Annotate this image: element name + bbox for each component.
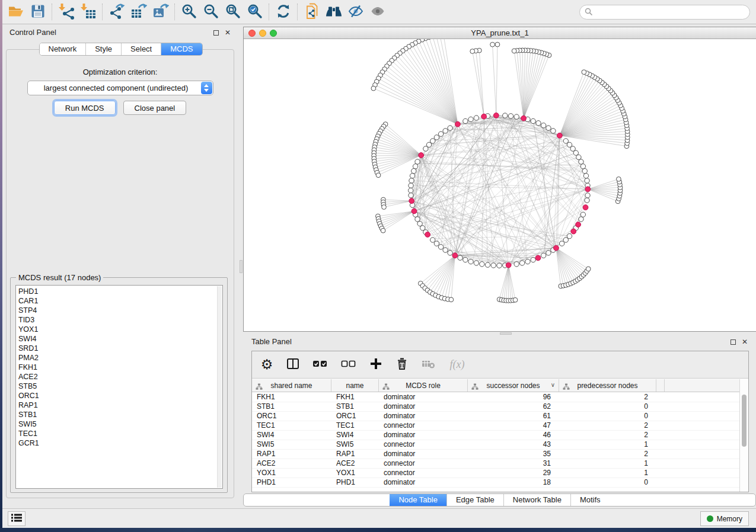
table-cell[interactable]: 1 bbox=[559, 469, 656, 477]
tab-motifs[interactable]: Motifs bbox=[571, 494, 610, 506]
table-cell[interactable]: STB1 bbox=[252, 402, 331, 411]
table-row[interactable]: PHD1PHD1dominator180 bbox=[252, 478, 739, 488]
table-cell[interactable]: PHD1 bbox=[252, 478, 331, 487]
mcds-result-item[interactable]: TEC1 bbox=[18, 429, 222, 438]
splitter-grip[interactable] bbox=[240, 260, 243, 273]
table-cell[interactable]: connector bbox=[379, 469, 468, 477]
import-table-button[interactable] bbox=[77, 2, 99, 22]
open-file-button[interactable] bbox=[5, 2, 27, 22]
mcds-result-list[interactable]: PHD1CAR1STP4TID3YOX1SWI4SRD1PMA2FKH1ACE2… bbox=[15, 285, 223, 489]
tab-style[interactable]: Style bbox=[86, 43, 122, 55]
save-button[interactable] bbox=[27, 2, 49, 22]
table-cell[interactable]: 62 bbox=[468, 402, 559, 411]
column-header-shared-name[interactable]: shared name bbox=[252, 379, 331, 392]
table-cell[interactable]: 35 bbox=[468, 450, 559, 459]
table-cell[interactable]: connector bbox=[379, 459, 468, 468]
table-cell[interactable]: FKH1 bbox=[331, 393, 379, 402]
mcds-result-item[interactable]: STB1 bbox=[18, 410, 222, 419]
traffic-zoom-icon[interactable] bbox=[270, 30, 277, 37]
traffic-minimize-icon[interactable] bbox=[259, 30, 266, 37]
search-input[interactable] bbox=[596, 7, 745, 17]
memory-button[interactable]: Memory bbox=[700, 511, 749, 526]
zoom-out-button[interactable] bbox=[200, 2, 222, 22]
import-network-button[interactable] bbox=[55, 2, 77, 22]
tab-network[interactable]: Network bbox=[39, 43, 86, 55]
show-log-button[interactable] bbox=[8, 511, 25, 526]
list-scrollbar-track[interactable] bbox=[217, 286, 222, 488]
mcds-result-item[interactable]: SWI4 bbox=[18, 334, 222, 344]
tab-edge-table[interactable]: Edge Table bbox=[447, 494, 504, 506]
table-cell[interactable]: 2 bbox=[559, 421, 656, 430]
scrollbar-thumb[interactable] bbox=[742, 395, 747, 447]
table-row[interactable]: YOX1YOX1connector291 bbox=[252, 469, 739, 478]
table-row[interactable]: SWI5SWI5connector431 bbox=[252, 440, 739, 450]
column-header-MCDS-role[interactable]: MCDS role bbox=[379, 379, 468, 392]
select-all-button[interactable] bbox=[310, 356, 330, 374]
unselect-all-button[interactable] bbox=[339, 356, 359, 374]
column-header-successor-nodes[interactable]: successor nodes∨ bbox=[468, 379, 559, 392]
export-table-button[interactable] bbox=[127, 2, 149, 22]
show-all-button[interactable] bbox=[366, 2, 388, 22]
table-cell[interactable]: 0 bbox=[559, 478, 656, 487]
mcds-result-item[interactable]: STP4 bbox=[18, 306, 222, 315]
table-row[interactable]: ORC1ORC1dominator610 bbox=[252, 412, 739, 421]
close-panel-button[interactable]: ✕ bbox=[224, 28, 232, 37]
table-cell[interactable]: ACE2 bbox=[252, 459, 331, 468]
table-cell[interactable]: YOX1 bbox=[252, 469, 331, 477]
mcds-result-item[interactable]: TID3 bbox=[18, 315, 222, 325]
clone-network-button[interactable] bbox=[301, 2, 323, 22]
column-header-name[interactable]: name bbox=[331, 379, 379, 392]
table-cell[interactable]: dominator bbox=[379, 450, 468, 459]
table-cell[interactable]: ORC1 bbox=[331, 412, 379, 421]
zoom-in-button[interactable] bbox=[178, 2, 200, 22]
hide-selected-button[interactable] bbox=[344, 2, 366, 22]
table-row[interactable]: FKH1FKH1dominator962 bbox=[252, 393, 739, 402]
vertical-splitter[interactable] bbox=[239, 24, 243, 504]
refresh-button[interactable] bbox=[272, 2, 294, 22]
mcds-result-item[interactable]: FKH1 bbox=[18, 363, 222, 372]
tab-select[interactable]: Select bbox=[122, 43, 161, 55]
export-image-button[interactable] bbox=[149, 2, 171, 22]
network-canvas[interactable] bbox=[244, 39, 756, 331]
table-cell[interactable]: dominator bbox=[379, 431, 468, 440]
search-network-button[interactable] bbox=[323, 2, 344, 22]
table-cell[interactable]: FKH1 bbox=[252, 393, 331, 402]
table-scrollbar[interactable] bbox=[739, 379, 748, 492]
table-cell[interactable]: 18 bbox=[468, 478, 559, 487]
table-cell[interactable]: 2 bbox=[559, 431, 656, 440]
table-row[interactable]: STB1STB1dominator620 bbox=[252, 402, 739, 412]
column-header-predecessor-nodes[interactable]: predecessor nodes bbox=[559, 379, 656, 392]
table-cell[interactable]: connector bbox=[379, 421, 468, 430]
mcds-result-item[interactable]: GCR1 bbox=[18, 438, 222, 448]
close-panel-button-mcds[interactable]: Close panel bbox=[123, 101, 187, 115]
tab-node-table[interactable]: Node Table bbox=[390, 494, 447, 506]
table-cell[interactable]: ORC1 bbox=[252, 412, 331, 421]
zoom-fit-button[interactable] bbox=[222, 2, 244, 22]
mcds-result-item[interactable]: PMA2 bbox=[18, 353, 222, 363]
table-cell[interactable]: 1 bbox=[559, 459, 656, 468]
table-cell[interactable]: 0 bbox=[559, 412, 656, 421]
add-column-button[interactable] bbox=[367, 356, 385, 374]
float-panel-button[interactable] bbox=[212, 28, 220, 37]
network-graph[interactable] bbox=[244, 39, 756, 331]
mcds-result-item[interactable]: STB5 bbox=[18, 382, 222, 391]
table-cell[interactable]: dominator bbox=[379, 412, 468, 421]
tab-network-table[interactable]: Network Table bbox=[504, 494, 571, 506]
mcds-result-item[interactable]: CAR1 bbox=[18, 296, 222, 306]
mcds-result-item[interactable]: ORC1 bbox=[18, 391, 222, 400]
mcds-result-item[interactable]: PHD1 bbox=[18, 287, 222, 296]
traffic-close-icon[interactable] bbox=[248, 30, 256, 37]
table-cell[interactable]: SWI4 bbox=[331, 431, 379, 440]
table-cell[interactable]: connector bbox=[379, 440, 468, 449]
zoom-selected-button[interactable] bbox=[244, 2, 266, 22]
network-window-titlebar[interactable]: YPA_prune.txt_1 bbox=[244, 27, 756, 39]
table-cell[interactable]: SWI5 bbox=[252, 440, 331, 449]
table-cell[interactable]: YOX1 bbox=[331, 469, 379, 477]
run-mcds-button[interactable]: Run MCDS bbox=[54, 101, 116, 115]
table-cell[interactable]: STB1 bbox=[331, 402, 379, 411]
table-settings-button[interactable]: ⚙ bbox=[258, 356, 276, 374]
mcds-result-item[interactable]: SRD1 bbox=[18, 344, 222, 353]
table-cell[interactable]: 43 bbox=[468, 440, 559, 449]
table-cell[interactable]: 0 bbox=[559, 402, 656, 411]
table-row[interactable]: TEC1TEC1connector472 bbox=[252, 421, 739, 431]
